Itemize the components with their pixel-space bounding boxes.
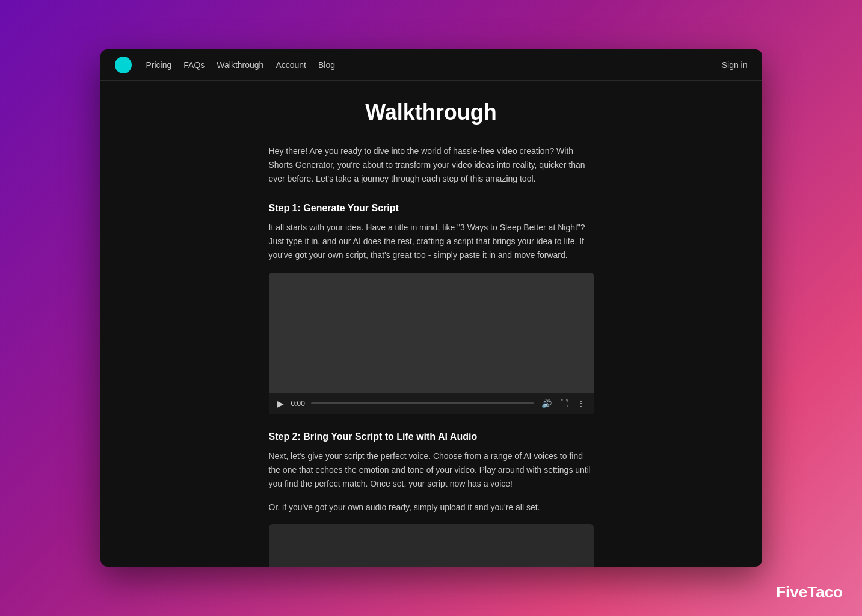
video-player-step1: ▶ 0:00 🔊 ⛶ ⋮	[269, 273, 594, 414]
navbar: Pricing FAQs Walkthrough Account Blog Si…	[100, 49, 762, 81]
play-button[interactable]: ▶	[276, 398, 285, 410]
nav-link-walkthrough[interactable]: Walkthrough	[217, 60, 263, 70]
step2-heading: Step 2: Bring Your Script to Life with A…	[269, 431, 594, 442]
navbar-left: Pricing FAQs Walkthrough Account Blog	[115, 57, 336, 73]
video-player-step2-partial	[269, 524, 594, 567]
step2-text: Next, let's give your script the perfect…	[269, 449, 594, 491]
brand-part2: Taco	[807, 583, 843, 601]
page-title: Walkthrough	[269, 100, 594, 125]
video-time: 0:00	[291, 399, 305, 408]
brand-watermark: FiveTaco	[776, 583, 843, 602]
brand-part1: Five	[776, 583, 807, 601]
video-controls: ▶ 0:00 🔊 ⛶ ⋮	[269, 393, 594, 414]
step1-heading: Step 1: Generate Your Script	[269, 203, 594, 214]
intro-paragraph: Hey there! Are you ready to dive into th…	[269, 144, 594, 186]
nav-link-blog[interactable]: Blog	[318, 60, 335, 70]
logo-icon[interactable]	[115, 57, 132, 73]
nav-link-pricing[interactable]: Pricing	[146, 60, 172, 70]
nav-link-faqs[interactable]: FAQs	[183, 60, 205, 70]
content-area[interactable]: Walkthrough Hey there! Are you ready to …	[100, 81, 762, 567]
more-button[interactable]: ⋮	[576, 398, 586, 410]
step1-text: It all starts with your idea. Have a tit…	[269, 221, 594, 262]
browser-window: Pricing FAQs Walkthrough Account Blog Si…	[100, 49, 762, 567]
step2-extra-text: Or, if you've got your own audio ready, …	[269, 500, 594, 514]
video-screen	[269, 273, 594, 393]
volume-button[interactable]: 🔊	[540, 398, 553, 410]
fullscreen-button[interactable]: ⛶	[559, 398, 570, 410]
video-progress-bar[interactable]	[311, 402, 534, 404]
signin-link[interactable]: Sign in	[722, 60, 748, 70]
nav-link-account[interactable]: Account	[276, 60, 306, 70]
page-content: Walkthrough Hey there! Are you ready to …	[257, 81, 606, 567]
nav-links: Pricing FAQs Walkthrough Account Blog	[146, 60, 336, 70]
